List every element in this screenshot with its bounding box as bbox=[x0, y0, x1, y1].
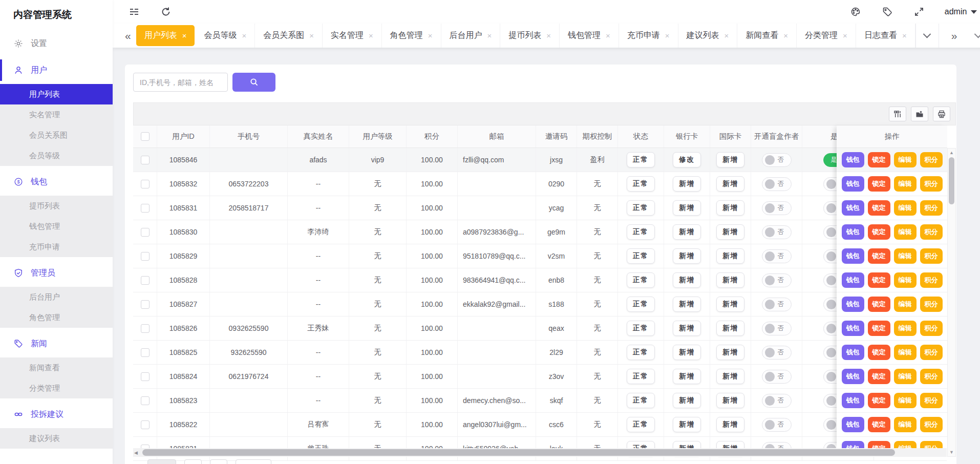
intl-card-button[interactable]: 新增 bbox=[716, 369, 744, 384]
tab-close-icon[interactable]: × bbox=[665, 31, 670, 40]
blind-box-toggle[interactable]: 否 bbox=[762, 322, 792, 335]
action-编辑-button[interactable]: 编辑 bbox=[894, 417, 917, 432]
row-checkbox[interactable] bbox=[141, 372, 150, 381]
action-锁定-button[interactable]: 锁定 bbox=[868, 417, 890, 432]
action-编辑-button[interactable]: 编辑 bbox=[894, 152, 917, 167]
blind-box-toggle[interactable]: 否 bbox=[762, 273, 792, 287]
sidebar-section-5[interactable]: 投拆建议 bbox=[0, 402, 113, 427]
action-编辑-button[interactable]: 编辑 bbox=[894, 369, 917, 384]
intl-card-button[interactable]: 新增 bbox=[716, 224, 744, 240]
action-锁定-button[interactable]: 锁定 bbox=[868, 369, 890, 384]
action-锁定-button[interactable]: 锁定 bbox=[868, 272, 890, 288]
action-积分-button[interactable]: 积分 bbox=[920, 224, 943, 240]
bank-card-button[interactable]: 新增 bbox=[673, 297, 701, 312]
action-锁定-button[interactable]: 锁定 bbox=[868, 321, 890, 336]
action-锁定-button[interactable]: 锁定 bbox=[868, 297, 890, 312]
blind-box-toggle[interactable]: 否 bbox=[762, 177, 792, 191]
bank-card-button[interactable]: 新增 bbox=[673, 369, 701, 384]
action-积分-button[interactable]: 积分 bbox=[920, 393, 943, 408]
status-button[interactable]: 正常 bbox=[627, 248, 655, 264]
action-锁定-button[interactable]: 锁定 bbox=[868, 200, 890, 216]
search-button[interactable] bbox=[232, 73, 275, 92]
action-编辑-button[interactable]: 编辑 bbox=[894, 272, 917, 288]
tabs-scroll-right-icon[interactable]: » bbox=[946, 30, 963, 42]
scroll-up-icon[interactable]: ▲ bbox=[948, 149, 955, 157]
action-钱包-button[interactable]: 钱包 bbox=[842, 417, 864, 432]
export-icon[interactable] bbox=[911, 107, 928, 121]
tab-后台用户[interactable]: 后台用户× bbox=[441, 24, 501, 48]
pagination-size-select[interactable] bbox=[236, 459, 271, 464]
intl-card-button[interactable]: 新增 bbox=[716, 152, 744, 167]
action-编辑-button[interactable]: 编辑 bbox=[894, 321, 917, 336]
status-button[interactable]: 正常 bbox=[627, 345, 655, 360]
bank-card-button[interactable]: 新增 bbox=[673, 417, 701, 432]
intl-card-button[interactable]: 新增 bbox=[716, 176, 744, 192]
action-编辑-button[interactable]: 编辑 bbox=[894, 297, 917, 312]
user-menu[interactable]: admin bbox=[945, 7, 977, 16]
sidebar-section-4[interactable]: 新闻 bbox=[0, 331, 113, 356]
palette-icon[interactable] bbox=[849, 6, 862, 18]
status-button[interactable]: 正常 bbox=[627, 152, 655, 167]
tab-close-icon[interactable]: × bbox=[182, 31, 187, 40]
action-钱包-button[interactable]: 钱包 bbox=[842, 224, 864, 240]
action-钱包-button[interactable]: 钱包 bbox=[842, 321, 864, 336]
tab-日志查看[interactable]: 日志查看× bbox=[856, 24, 915, 48]
vertical-scroll-thumb[interactable] bbox=[949, 157, 954, 204]
sidebar-item-会员关系图[interactable]: 会员关系图 bbox=[0, 125, 113, 145]
action-锁定-button[interactable]: 锁定 bbox=[868, 152, 890, 167]
tab-建议列表[interactable]: 建议列表× bbox=[678, 24, 738, 48]
status-button[interactable]: 正常 bbox=[627, 200, 655, 216]
tag-icon[interactable] bbox=[881, 6, 893, 18]
action-锁定-button[interactable]: 锁定 bbox=[868, 345, 890, 360]
action-积分-button[interactable]: 积分 bbox=[920, 441, 943, 448]
print-icon[interactable] bbox=[933, 107, 950, 121]
action-编辑-button[interactable]: 编辑 bbox=[894, 393, 917, 408]
action-锁定-button[interactable]: 锁定 bbox=[868, 248, 890, 264]
tab-close-icon[interactable]: × bbox=[902, 31, 907, 40]
action-钱包-button[interactable]: 钱包 bbox=[842, 152, 864, 167]
blind-box-toggle[interactable]: 否 bbox=[762, 346, 792, 360]
bank-card-button[interactable]: 新增 bbox=[673, 248, 701, 264]
table-vertical-scrollbar[interactable]: ▲ ▼ bbox=[947, 148, 956, 457]
tab-分类管理[interactable]: 分类管理× bbox=[797, 24, 856, 48]
pagination-page-button[interactable] bbox=[184, 459, 202, 464]
pagination-first-button[interactable] bbox=[147, 459, 176, 464]
sidebar-item-后台用户[interactable]: 后台用户 bbox=[0, 287, 113, 307]
sidebar-item-实名管理[interactable]: 实名管理 bbox=[0, 104, 113, 125]
intl-card-button[interactable]: 新增 bbox=[716, 417, 744, 432]
sidebar-item-用户列表[interactable]: 用户列表 bbox=[0, 84, 113, 104]
scroll-down-icon[interactable]: ▼ bbox=[948, 448, 955, 456]
action-积分-button[interactable]: 积分 bbox=[920, 152, 943, 167]
tab-会员关系图[interactable]: 会员关系图× bbox=[255, 24, 323, 48]
status-button[interactable]: 正常 bbox=[627, 224, 655, 240]
select-all-checkbox[interactable] bbox=[141, 132, 150, 141]
action-编辑-button[interactable]: 编辑 bbox=[894, 441, 917, 448]
blind-box-toggle[interactable]: 否 bbox=[762, 394, 792, 408]
blind-box-toggle[interactable]: 否 bbox=[762, 370, 792, 384]
blind-box-toggle[interactable]: 否 bbox=[762, 298, 792, 311]
sidebar-section-1[interactable]: 用户 bbox=[0, 57, 113, 83]
action-积分-button[interactable]: 积分 bbox=[920, 369, 943, 384]
sidebar-item-新闻查看[interactable]: 新闻查看 bbox=[0, 357, 113, 378]
sidebar-item-角色管理[interactable]: 角色管理 bbox=[0, 307, 113, 328]
action-钱包-button[interactable]: 钱包 bbox=[842, 248, 864, 264]
row-checkbox[interactable] bbox=[141, 324, 150, 333]
row-checkbox[interactable] bbox=[141, 180, 150, 188]
action-钱包-button[interactable]: 钱包 bbox=[842, 393, 864, 408]
columns-icon[interactable] bbox=[889, 107, 906, 121]
action-积分-button[interactable]: 积分 bbox=[920, 176, 943, 192]
action-锁定-button[interactable]: 锁定 bbox=[868, 224, 890, 240]
intl-card-button[interactable]: 新增 bbox=[716, 200, 744, 216]
bank-card-button[interactable]: 新增 bbox=[673, 224, 701, 240]
intl-card-button[interactable]: 新增 bbox=[716, 248, 744, 264]
action-锁定-button[interactable]: 锁定 bbox=[868, 176, 890, 192]
tab-close-icon[interactable]: × bbox=[843, 31, 847, 40]
row-checkbox[interactable] bbox=[141, 156, 150, 164]
collapse-sidebar-icon[interactable] bbox=[128, 6, 140, 18]
action-编辑-button[interactable]: 编辑 bbox=[894, 224, 917, 240]
tabs-scroll-left-icon[interactable]: « bbox=[120, 30, 136, 42]
status-button[interactable]: 正常 bbox=[627, 321, 655, 336]
action-积分-button[interactable]: 积分 bbox=[920, 200, 943, 216]
status-button[interactable]: 正常 bbox=[627, 176, 655, 192]
intl-card-button[interactable]: 新增 bbox=[716, 297, 744, 312]
